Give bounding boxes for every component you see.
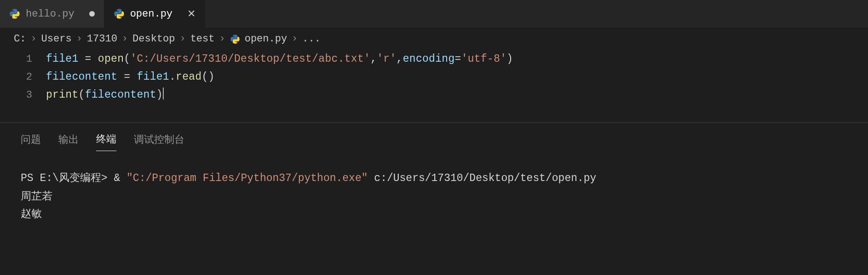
- line-number: 2: [0, 69, 46, 86]
- breadcrumb-segment[interactable]: Desktop: [132, 33, 175, 45]
- terminal-output[interactable]: PS E:\风变编程> & "C:/Program Files/Python37…: [21, 170, 847, 222]
- chevron-right-icon: ›: [179, 33, 185, 45]
- python-file-icon: [230, 34, 240, 44]
- breadcrumb-segment[interactable]: Users: [41, 33, 72, 45]
- tab-terminal[interactable]: 终端: [96, 132, 116, 151]
- python-file-icon: [114, 8, 125, 19]
- breadcrumb-segment[interactable]: test: [190, 33, 215, 45]
- breadcrumb-file[interactable]: open.py: [245, 33, 287, 45]
- tab-open-py[interactable]: open.py ✕: [104, 0, 205, 28]
- code-line[interactable]: 3print(filecontent): [0, 86, 868, 104]
- tab-hello-py[interactable]: hello.py: [0, 0, 104, 28]
- breadcrumb-segment[interactable]: 17310: [87, 33, 117, 45]
- chevron-right-icon: ›: [219, 33, 225, 45]
- tab-label: hello.py: [26, 8, 75, 20]
- terminal-line: PS E:\风变编程> & "C:/Program Files/Python37…: [21, 170, 847, 187]
- terminal-line: 周芷若: [21, 187, 847, 205]
- breadcrumb-tail[interactable]: ...: [302, 33, 321, 45]
- chevron-right-icon: ›: [292, 33, 298, 45]
- code-line[interactable]: 2filecontent = file1.read(): [0, 68, 868, 86]
- breadcrumb: C: › Users › 17310 › Desktop › test › op…: [0, 28, 868, 50]
- close-icon[interactable]: ✕: [187, 8, 195, 20]
- tab-problems[interactable]: 问题: [21, 133, 41, 151]
- editor-tabs: hello.py open.py ✕: [0, 0, 868, 28]
- tab-label: open.py: [130, 8, 172, 20]
- tab-output[interactable]: 输出: [58, 133, 79, 151]
- code-content[interactable]: filecontent = file1.read(): [46, 68, 215, 86]
- chevron-right-icon: ›: [122, 33, 128, 45]
- terminal-line: 赵敏: [21, 205, 847, 222]
- code-line[interactable]: 1file1 = open('C:/Users/17310/Desktop/te…: [0, 50, 868, 68]
- chevron-right-icon: ›: [76, 33, 82, 45]
- code-content[interactable]: print(filecontent): [46, 86, 164, 104]
- tab-debug-console[interactable]: 调试控制台: [134, 133, 184, 151]
- breadcrumb-segment[interactable]: C:: [14, 33, 26, 45]
- line-number: 1: [0, 51, 46, 68]
- panel-tabs: 问题 输出 终端 调试控制台: [21, 132, 847, 151]
- line-number: 3: [0, 87, 46, 104]
- code-content[interactable]: file1 = open('C:/Users/17310/Desktop/tes…: [46, 50, 513, 68]
- dirty-indicator-icon: [89, 11, 95, 17]
- chevron-right-icon: ›: [30, 33, 36, 45]
- bottom-panel: 问题 输出 终端 调试控制台 PS E:\风变编程> & "C:/Program…: [0, 123, 868, 222]
- python-file-icon: [9, 8, 20, 19]
- code-editor[interactable]: 1file1 = open('C:/Users/17310/Desktop/te…: [0, 50, 868, 113]
- text-cursor: [163, 88, 164, 99]
